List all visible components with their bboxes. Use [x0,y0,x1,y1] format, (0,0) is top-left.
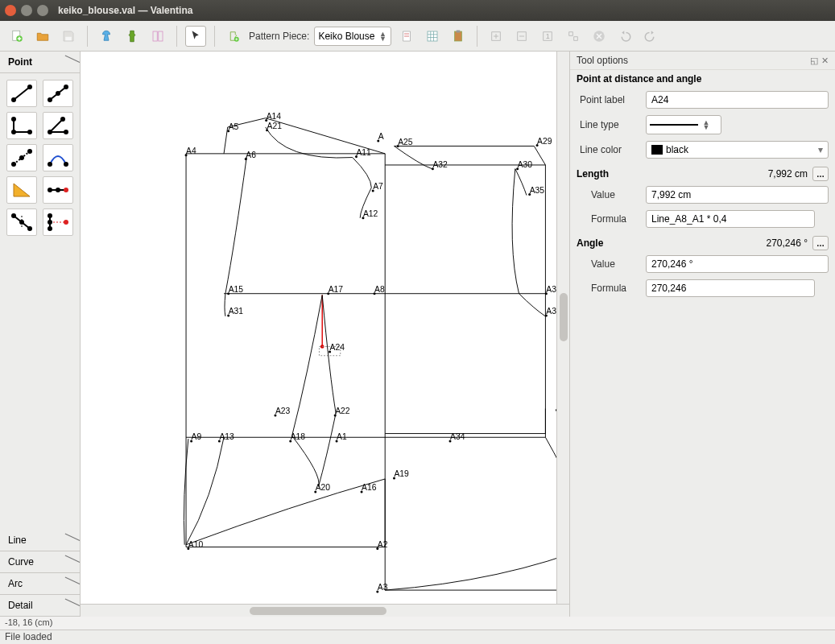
tool-options-title: Tool options [577,55,628,66]
angle-section-label: Angle [577,237,603,249]
angle-formula-label: Formula [577,283,641,294]
svg-text:A6: A6 [246,151,256,159]
svg-point-42 [64,188,68,192]
table-button[interactable] [422,26,443,47]
zoom-in-button[interactable] [486,26,506,47]
line-color-label: Line color [577,144,641,155]
line-type-select[interactable]: ▲▼ [646,115,721,134]
svg-text:A16: A16 [362,483,377,492]
arrow-tool-button[interactable] [185,26,206,47]
drawing-canvas[interactable]: A4A5A14A21A6AA25A11A29A32A30A26A7A35A12A… [81,52,556,604]
section-curve[interactable]: Curve [0,551,80,573]
zoom-out-button[interactable] [511,26,532,47]
tool-point-bisector[interactable] [6,144,37,171]
svg-text:A18: A18 [291,432,306,441]
svg-point-25 [11,130,16,134]
length-formula-input[interactable]: Line_A8_A1 * 0,4 [646,210,815,228]
svg-point-38 [64,162,68,167]
svg-text:A17: A17 [329,285,344,294]
svg-text:A8: A8 [374,285,385,294]
zoom-all-button[interactable] [563,26,584,47]
svg-line-22 [50,87,66,100]
svg-text:A20: A20 [316,483,331,492]
svg-text:A21: A21 [267,122,283,130]
svg-text:A4: A4 [186,147,196,155]
measurements-button[interactable] [96,26,117,47]
svg-point-36 [27,149,32,154]
canvas-area: A4A5A14A21A6AA25A11A29A32A30A26A7A35A12A… [81,52,569,617]
undo-button[interactable] [614,26,635,47]
section-detail[interactable]: Detail [0,595,80,617]
history-button[interactable] [396,26,417,47]
svg-text:A3: A3 [378,583,388,592]
pattern-piece-value: Keiko Blouse [318,31,374,42]
new-file-button[interactable] [6,26,27,47]
svg-point-52 [48,220,52,225]
add-piece-button[interactable] [223,26,244,47]
open-file-button[interactable] [32,26,53,47]
stop-button[interactable] [589,26,610,47]
angle-value-input[interactable]: 270,246 ° [646,255,829,273]
section-line[interactable]: Line [0,530,80,551]
clipboard-button[interactable] [448,26,469,47]
close-panel-icon[interactable]: ✕ [821,56,829,65]
svg-text:A12: A12 [363,209,378,218]
svg-text:A30: A30 [518,160,533,169]
length-formula-label: Formula [577,213,641,225]
save-file-button[interactable] [58,26,79,47]
length-section-label: Length [577,168,609,180]
svg-text:A24: A24 [330,343,345,352]
svg-text:A23: A23 [275,407,291,415]
pattern-piece-select[interactable]: Keiko Blouse ▲▼ [314,27,391,46]
main-toolbar: Pattern Piece: Keiko Blouse ▲▼ 1 [0,21,835,52]
svg-rect-8 [457,30,461,32]
tool-point-angle[interactable] [43,112,73,139]
zoom-fit-button[interactable]: 1 [537,26,558,47]
window-maximize-button[interactable] [37,5,48,16]
point-label-input[interactable]: A24 [646,91,829,109]
window-close-button[interactable] [5,5,16,16]
svg-text:A35: A35 [530,186,545,195]
line-color-select[interactable]: black ▾ [646,141,829,159]
tool-point-shoulder[interactable] [43,208,73,236]
svg-point-27 [11,117,16,122]
tool-point-perpendicular[interactable] [6,112,37,139]
pattern-button[interactable] [147,26,168,47]
vertical-scrollbar[interactable] [556,52,569,604]
window-minimize-button[interactable] [21,5,32,16]
svg-text:A31: A31 [229,307,244,316]
svg-text:A10: A10 [188,540,204,549]
length-value-input[interactable]: 7,992 cm [646,186,829,204]
redo-button[interactable] [640,26,661,47]
section-arc[interactable]: Arc [0,573,80,595]
tool-triangle[interactable] [6,176,37,204]
svg-text:A13: A13 [219,432,234,441]
svg-rect-14 [574,36,578,40]
svg-point-40 [48,188,52,192]
length-more-button[interactable]: … [812,167,829,181]
length-value-label: Value [577,189,641,200]
detach-panel-icon[interactable]: ◱ [810,56,818,65]
svg-text:A25: A25 [398,138,413,147]
svg-point-41 [56,188,60,192]
angle-more-button[interactable]: … [812,236,829,250]
svg-rect-7 [455,31,462,41]
svg-text:A19: A19 [394,469,409,478]
svg-text:A7: A7 [373,182,383,191]
section-point[interactable]: Point [0,52,80,73]
svg-rect-6 [428,31,437,41]
horizontal-scrollbar[interactable] [81,604,569,617]
angle-value-label: Value [577,258,641,270]
body-button[interactable] [122,26,143,47]
tool-point-intersection[interactable] [6,208,37,236]
tool-point-height[interactable] [43,176,73,204]
svg-point-50 [48,213,52,218]
length-section-value: 7,992 cm [768,168,808,180]
tool-point-along-line[interactable] [43,80,73,107]
tool-point-segment[interactable] [6,80,37,107]
svg-text:A34: A34 [450,432,465,441]
svg-text:A11: A11 [356,148,371,157]
angle-formula-input[interactable]: 270,246 [646,279,815,297]
svg-line-18 [14,87,30,100]
tool-point-curve[interactable] [43,144,73,171]
